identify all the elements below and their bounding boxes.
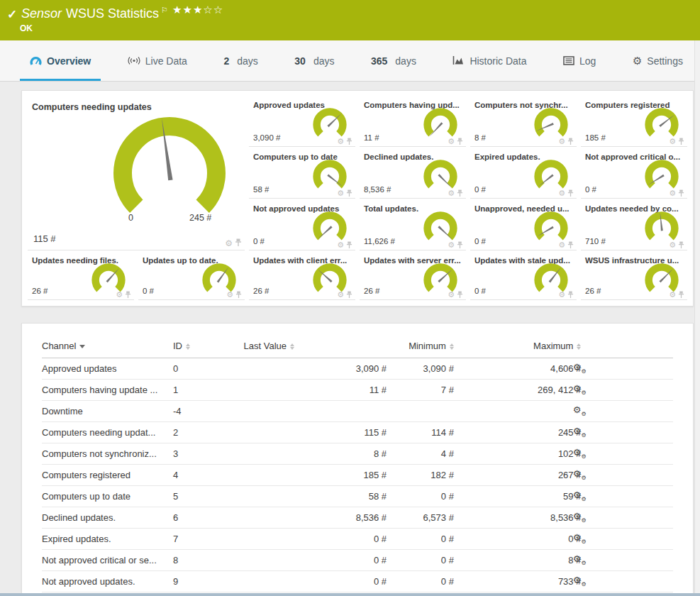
- tile-pin-icon[interactable]: [457, 189, 463, 197]
- tile-gear-icon[interactable]: ⚙: [337, 241, 344, 249]
- channel-last-value: 8,536 #: [244, 507, 387, 529]
- gauge-value: 26 #: [253, 287, 269, 295]
- gauge-tile: Computers up to date 58 # ⚙: [249, 147, 355, 199]
- tile-gear-icon[interactable]: ⚙: [337, 189, 344, 197]
- tile-gear-icon[interactable]: ⚙: [669, 291, 676, 299]
- log-icon: [563, 56, 574, 65]
- tile-gear-icon[interactable]: ⚙: [116, 291, 123, 299]
- gauge-value: 26 #: [32, 287, 48, 295]
- channel-minimum: 0 #: [387, 550, 454, 571]
- tile-gear-icon[interactable]: ⚙: [225, 238, 233, 248]
- gauge-value: 0 #: [143, 287, 154, 295]
- tile-pin-icon[interactable]: [457, 291, 463, 299]
- col-header-last-value[interactable]: Last Value: [244, 336, 387, 358]
- tile-gear-icon[interactable]: ⚙: [226, 291, 233, 299]
- priority-flag-icon[interactable]: ⚐: [161, 6, 168, 14]
- gauge-tile: Approved updates 3,090 # ⚙: [249, 95, 355, 147]
- sort-desc-icon: [79, 345, 85, 348]
- col-header-id[interactable]: ID: [173, 336, 244, 358]
- tile-pin-icon[interactable]: [346, 291, 352, 299]
- tile-pin-icon[interactable]: [567, 291, 574, 299]
- channel-name: Not approved updates.: [42, 571, 173, 592]
- tab-2-days[interactable]: 2 days: [213, 40, 267, 81]
- tab-label: Log: [579, 55, 596, 67]
- sort-icon: [577, 343, 581, 350]
- table-header-row: Channel ID Last Value Minimum Maximum: [42, 336, 673, 358]
- tile-pin-icon[interactable]: [567, 241, 574, 249]
- tile-pin-icon[interactable]: [346, 189, 352, 197]
- tile-gear-icon[interactable]: ⚙: [337, 291, 344, 299]
- tile-pin-icon[interactable]: [346, 241, 352, 249]
- channel-last-value: 11 #: [244, 380, 387, 401]
- col-header-channel[interactable]: Channel: [42, 336, 173, 358]
- tab-30-days[interactable]: 30 days: [284, 40, 344, 81]
- tile-pin-icon[interactable]: [567, 189, 574, 197]
- tile-pin-icon[interactable]: [678, 291, 684, 299]
- tile-gear-icon[interactable]: ⚙: [669, 241, 676, 249]
- gauge-tile: Updates needing files. 26 # ⚙: [28, 250, 134, 300]
- tile-gear-icon[interactable]: ⚙: [558, 241, 565, 249]
- tile-gear-icon[interactable]: ⚙: [558, 291, 565, 299]
- channel-last-value: 185 #: [244, 465, 387, 486]
- tile-gear-icon[interactable]: ⚙: [669, 138, 676, 145]
- tile-pin-icon[interactable]: [457, 138, 463, 145]
- sensor-page: ✓ SensorWSUS Statistics⚐ ★★★☆☆ OK Overvi…: [0, 0, 700, 596]
- channel-row: Approved updates 0 3,090 # 3,090 # 4,606…: [42, 358, 673, 380]
- tile-pin-icon[interactable]: [125, 291, 131, 299]
- col-header-maximum[interactable]: Maximum: [454, 336, 582, 358]
- tab-live-data[interactable]: Live Data: [118, 40, 197, 81]
- channel-maximum: 59 #: [454, 486, 582, 507]
- tile-gear-icon[interactable]: ⚙: [448, 138, 455, 145]
- tile-pin-icon[interactable]: [235, 291, 242, 299]
- tab-365-days[interactable]: 365 days: [361, 40, 426, 81]
- status-ok-check-icon: ✓: [7, 7, 17, 22]
- tab-bar: Overview Live Data 2 days 30 days 365 da…: [0, 40, 700, 82]
- scrollbar-track[interactable]: [694, 40, 700, 596]
- channel-id: 0: [173, 358, 244, 380]
- status-badge: OK: [20, 23, 33, 33]
- channel-name: Not approved critical or se...: [42, 550, 173, 571]
- gauge-tile: Unapproved, needed u... 0 # ⚙: [470, 199, 577, 250]
- tile-pin-icon[interactable]: [235, 238, 242, 247]
- tab-settings[interactable]: ⚙ Settings: [623, 40, 693, 81]
- tile-gear-icon[interactable]: ⚙: [448, 291, 455, 299]
- page-title: WSUS Statistics: [66, 6, 159, 21]
- channel-id: 6: [173, 507, 244, 529]
- sensor-header: ✓ SensorWSUS Statistics⚐ ★★★☆☆ OK: [0, 0, 700, 40]
- tab-historic-data[interactable]: Historic Data: [443, 40, 536, 81]
- channel-maximum: 8 #: [454, 550, 582, 571]
- channel-id: 9: [173, 571, 244, 592]
- tile-gear-icon[interactable]: ⚙: [337, 138, 344, 145]
- gauge-value: 3,090 #: [253, 133, 280, 142]
- tile-pin-icon[interactable]: [678, 189, 684, 197]
- tab-number: 365: [371, 55, 387, 67]
- channel-minimum: 6,573 #: [387, 507, 454, 529]
- tile-pin-icon[interactable]: [678, 138, 684, 145]
- tile-gear-icon[interactable]: ⚙: [558, 189, 565, 197]
- channel-maximum: 733 #: [454, 571, 582, 592]
- tile-pin-icon[interactable]: [567, 138, 574, 145]
- tile-pin-icon[interactable]: [346, 138, 352, 145]
- col-header-minimum[interactable]: Minimum: [387, 336, 454, 358]
- tile-gear-icon[interactable]: ⚙: [448, 241, 455, 249]
- channel-id: 7: [173, 529, 244, 550]
- channel-row: Downtime -4 ⚙⚙: [42, 401, 673, 422]
- tile-gear-icon[interactable]: ⚙: [669, 189, 676, 197]
- tile-gear-icon[interactable]: ⚙: [558, 138, 565, 145]
- gauge-tile: Updates needed by co... 710 # ⚙: [581, 199, 687, 250]
- gauge-grid: Computers needing updates 0 245 # 115 # …: [28, 95, 687, 302]
- channel-minimum: 114 #: [387, 422, 454, 443]
- tile-pin-icon[interactable]: [678, 241, 684, 249]
- gauge-value: 26 #: [364, 287, 379, 295]
- priority-stars[interactable]: ★★★☆☆: [172, 4, 223, 16]
- sensor-title-line: SensorWSUS Statistics⚐: [21, 6, 168, 21]
- channel-minimum: 0 #: [387, 571, 454, 592]
- tab-unit: days: [395, 55, 416, 67]
- tile-gear-icon[interactable]: ⚙: [448, 189, 455, 197]
- tab-overview[interactable]: Overview: [20, 40, 101, 81]
- tab-log[interactable]: Log: [553, 40, 606, 81]
- gauge-value: 58 #: [253, 185, 269, 194]
- main-gauge-tile: Computers needing updates 0 245 # 115 # …: [28, 95, 245, 250]
- tile-pin-icon[interactable]: [457, 241, 463, 249]
- channel-name: Computers having update ...: [42, 380, 173, 401]
